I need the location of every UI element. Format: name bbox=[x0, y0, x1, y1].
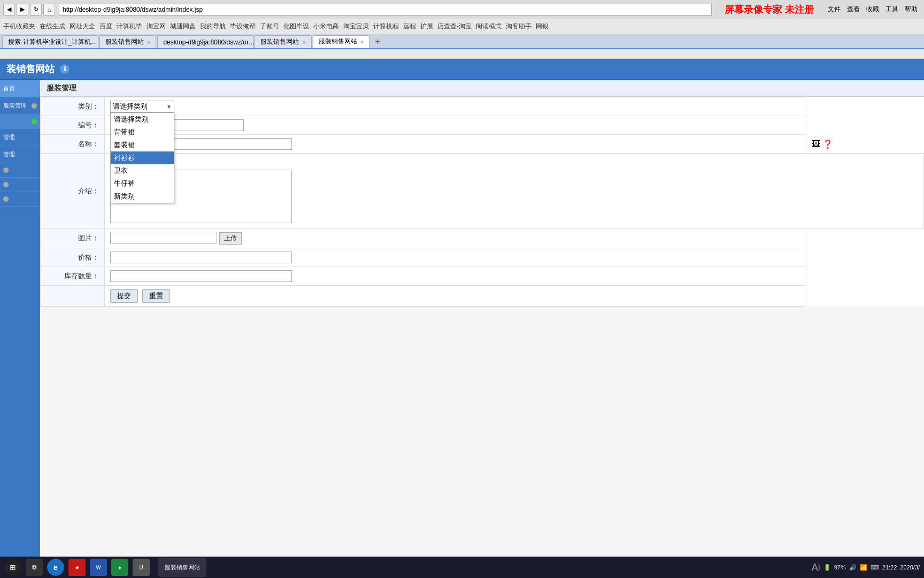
sidebar-item-4[interactable]: 管理 bbox=[0, 146, 40, 163]
sidebar-item-2[interactable] bbox=[0, 115, 40, 129]
main-content: 服装管理 类别： 请选择类别 ▼ 请选择类别 bbox=[40, 80, 924, 572]
price-input[interactable] bbox=[110, 252, 292, 263]
tab-clothing3-label: 服装销售网站 bbox=[319, 37, 357, 46]
menu-file[interactable]: 文件 bbox=[828, 5, 841, 14]
bookmark-xiaomi[interactable]: 小米电商 bbox=[313, 22, 339, 31]
tab-search-label: 搜索-计算机毕业设计_计算机… bbox=[8, 37, 97, 47]
bookmark-chengton[interactable]: 城通网盘 bbox=[170, 22, 196, 31]
taskbar: ⊞ ⧉ e ★ W ♦ U 服装销售网站 Ai 🔋 97% 🔊 📶 ⌨ 21:2… bbox=[0, 557, 924, 578]
tab-clothing3[interactable]: 服装销售网站 × bbox=[313, 35, 369, 48]
tab-desktop[interactable]: desktop-d9ig9ja:8080/dswz/or… × bbox=[157, 35, 253, 48]
image-row: 图片： 上传 bbox=[41, 229, 924, 248]
bookmark-zaixian[interactable]: 在线生成 bbox=[40, 22, 65, 31]
bookmark-taobao2[interactable]: 淘宝宝贝 bbox=[343, 22, 369, 31]
dropdown-option-xinleibie[interactable]: 新类别 bbox=[111, 190, 174, 203]
tab-clothing3-close[interactable]: × bbox=[360, 39, 364, 45]
bookmark-yuedu[interactable]: 阅读模式 bbox=[476, 22, 502, 31]
app-green-icon[interactable]: ♦ bbox=[111, 559, 128, 576]
bookmark-baidu[interactable]: 百度 bbox=[99, 22, 112, 31]
app-blue-icon[interactable]: W bbox=[90, 559, 107, 576]
clock: 21:22 bbox=[882, 564, 897, 571]
question-icon[interactable]: ❓ bbox=[822, 139, 833, 149]
tab-clothing1[interactable]: 服装销售网站 × bbox=[99, 35, 156, 48]
submit-button[interactable]: 提交 bbox=[110, 289, 138, 303]
bookmark-shouji[interactable]: 手机收藏夹 bbox=[3, 22, 35, 31]
sidebar-item-3[interactable]: 管理 bbox=[0, 129, 40, 146]
bookmark-taoke[interactable]: 淘客助手 bbox=[506, 22, 532, 31]
tab-clothing2-close[interactable]: × bbox=[302, 39, 305, 45]
sidebar-item-5[interactable] bbox=[0, 163, 40, 178]
app-red-label: ★ bbox=[75, 565, 80, 571]
stock-row: 库存数量： bbox=[41, 267, 924, 285]
submit-cell: 提交 重置 bbox=[105, 285, 806, 306]
menu-view[interactable]: 查看 bbox=[847, 5, 860, 14]
network-icon: 📶 bbox=[860, 564, 867, 571]
dropdown-option-taozhangqun[interactable]: 套装裙 bbox=[111, 139, 174, 151]
new-tab-button[interactable]: + bbox=[371, 35, 384, 48]
tab-search[interactable]: 搜索-计算机毕业设计_计算机… × bbox=[2, 35, 98, 48]
upload-button[interactable]: 上传 bbox=[219, 232, 242, 245]
image-preview-icon[interactable]: 🖼 bbox=[812, 139, 820, 149]
forward-button[interactable]: ▶ bbox=[17, 4, 28, 16]
dropdown-option-niuzaiku[interactable]: 牛仔裤 bbox=[111, 177, 174, 190]
refresh-button[interactable]: ↻ bbox=[30, 4, 42, 16]
task-view-icon: ⧉ bbox=[32, 564, 37, 571]
price-label: 价格： bbox=[41, 248, 105, 267]
address-bar[interactable] bbox=[59, 4, 712, 16]
active-app-bar[interactable]: 服装销售网站 bbox=[158, 558, 206, 577]
active-app-label: 服装销售网站 bbox=[165, 564, 200, 572]
bookmark-jisuan2[interactable]: 计算机程 bbox=[373, 22, 399, 31]
tab-clothing2[interactable]: 服装销售网站 × bbox=[255, 35, 311, 48]
bookmark-zihao[interactable]: 子账号 bbox=[260, 22, 279, 31]
dropdown-option-beididun[interactable]: 背带裙 bbox=[111, 126, 174, 139]
category-input-cell: 请选择类别 ▼ 请选择类别 背带裙 套装裙 衬衫衫 卫衣 牛仔裤 bbox=[105, 97, 806, 116]
bookmark-bishe[interactable]: 毕设俺帮 bbox=[230, 22, 256, 31]
sidebar-label-0: 首页 bbox=[3, 85, 15, 93]
sidebar-item-clothing[interactable]: 服装管理 bbox=[0, 97, 40, 115]
browser-taskbar-icon[interactable]: e bbox=[47, 559, 64, 576]
dropdown-option-chenshan[interactable]: 衬衫衫 bbox=[111, 151, 174, 164]
stock-input[interactable] bbox=[110, 270, 292, 282]
menu-tools[interactable]: 工具 bbox=[886, 5, 898, 14]
category-label: 类别： bbox=[41, 97, 105, 116]
dropdown-option-weiyi[interactable]: 卫衣 bbox=[111, 164, 174, 177]
app-gray-icon[interactable]: U bbox=[133, 559, 150, 576]
home-button[interactable]: ⌂ bbox=[43, 4, 55, 16]
info-icon: ℹ bbox=[60, 64, 70, 74]
start-button[interactable]: ⊞ bbox=[4, 559, 21, 576]
bookmark-dianzha[interactable]: 店查查-淘宝 bbox=[437, 22, 472, 31]
intro-input-cell: B I | 🔗 bbox=[105, 154, 924, 229]
dot-6 bbox=[3, 182, 9, 187]
bookmark-wangyin[interactable]: 网银 bbox=[536, 22, 549, 31]
bookmark-yuancheng[interactable]: 远程 bbox=[403, 22, 416, 31]
speaker-icon: 🔊 bbox=[849, 564, 857, 571]
tab-clothing1-label: 服装销售网站 bbox=[105, 37, 144, 47]
menu-favorites[interactable]: 收藏 bbox=[866, 5, 879, 14]
sidebar-item-6[interactable] bbox=[0, 178, 40, 192]
bookmark-taobao[interactable]: 淘宝网 bbox=[147, 22, 166, 31]
dot-7 bbox=[3, 196, 9, 202]
menu-help[interactable]: 帮助 bbox=[905, 5, 918, 14]
tab-clothing1-close[interactable]: × bbox=[147, 39, 150, 45]
sidebar-item-0[interactable]: 首页 bbox=[0, 80, 40, 97]
task-view-button[interactable]: ⧉ bbox=[26, 559, 43, 576]
bookmark-wangzhi[interactable]: 网址大全 bbox=[70, 22, 95, 31]
page-title: 装销售网站 bbox=[6, 63, 55, 75]
bookmark-jisuan[interactable]: 计算机毕 bbox=[117, 22, 142, 31]
bookmark-huatu[interactable]: 化图毕设 bbox=[283, 22, 309, 31]
image-label: 图片： bbox=[41, 229, 105, 248]
app-red-icon[interactable]: ★ bbox=[68, 559, 86, 576]
back-button[interactable]: ◀ bbox=[3, 4, 15, 16]
image-input[interactable] bbox=[110, 232, 217, 244]
bookmark-kuozhan[interactable]: 扩展 bbox=[420, 22, 433, 31]
sidebar-item-7[interactable] bbox=[0, 192, 40, 207]
name-label: 名称： bbox=[41, 135, 105, 154]
bookmark-daohang[interactable]: 我的导航 bbox=[200, 22, 226, 31]
reset-button[interactable]: 重置 bbox=[142, 289, 170, 303]
dropdown-option-placeholder[interactable]: 请选择类别 bbox=[111, 113, 174, 126]
dropdown-arrow-icon: ▼ bbox=[166, 104, 172, 110]
category-select[interactable]: 请选择类别 ▼ bbox=[110, 101, 174, 112]
tab-desktop-label: desktop-d9ig9ja:8080/dswz/or… bbox=[163, 39, 255, 46]
dot-clothing bbox=[32, 103, 37, 109]
section-title: 服装管理 bbox=[40, 80, 924, 97]
